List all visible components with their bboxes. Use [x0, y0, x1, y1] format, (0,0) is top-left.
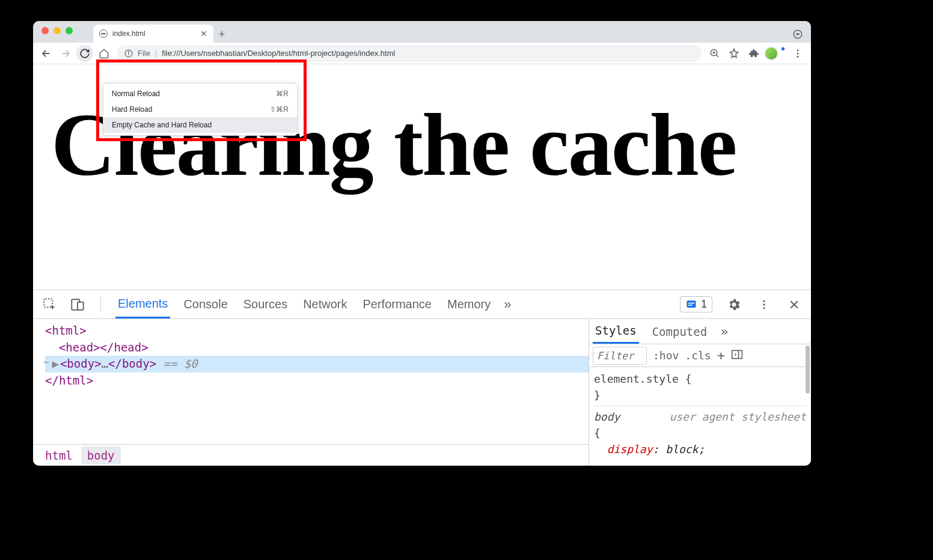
- tab-performance[interactable]: Performance: [361, 291, 435, 317]
- new-tab-button[interactable]: +: [213, 26, 230, 43]
- breadcrumb-html[interactable]: html: [39, 446, 79, 464]
- window-controls: [39, 21, 75, 40]
- tab-styles[interactable]: Styles: [593, 319, 639, 344]
- cls-toggle[interactable]: .cls: [685, 349, 711, 362]
- reload-context-menu: Normal Reload ⌘R Hard Reload ⇧⌘R Empty C…: [103, 83, 298, 136]
- svg-point-19: [763, 307, 765, 309]
- rule-brace: }: [594, 389, 601, 401]
- rule-brace-open: {: [594, 427, 601, 439]
- globe-icon: [99, 29, 108, 38]
- tab-elements[interactable]: Elements: [115, 291, 170, 318]
- svg-rect-14: [687, 300, 696, 308]
- dom-breadcrumb: html body: [33, 444, 589, 466]
- menu-shortcut: ⌘R: [276, 90, 289, 98]
- minimize-window-button[interactable]: [54, 27, 61, 34]
- close-tab-icon[interactable]: ✕: [200, 29, 207, 38]
- separator: |: [155, 49, 157, 58]
- devtools-panel: Elements Console Sources Network Perform…: [33, 290, 811, 466]
- css-value: block: [665, 443, 698, 455]
- svg-rect-16: [688, 305, 693, 306]
- breadcrumb-body[interactable]: body: [81, 446, 121, 464]
- new-rule-button[interactable]: +: [717, 348, 725, 363]
- profile-avatar[interactable]: [764, 46, 779, 61]
- extensions-button[interactable]: [745, 45, 762, 62]
- menu-label: Empty Cache and Hard Reload: [112, 121, 212, 129]
- menu-empty-cache-hard-reload[interactable]: Empty Cache and Hard Reload: [103, 117, 297, 133]
- styles-tab-bar: Styles Computed »: [589, 319, 811, 344]
- inspect-element-button[interactable]: [41, 296, 58, 313]
- home-button[interactable]: [96, 45, 112, 62]
- address-bar[interactable]: File | file:///Users/nsebhastian/Desktop…: [117, 45, 702, 62]
- menu-normal-reload[interactable]: Normal Reload ⌘R: [103, 86, 297, 102]
- elements-panel: <html> <head></head> ⋯ ▶<body>…</body> =…: [33, 319, 589, 466]
- styles-panel: Styles Computed » :hov .cls + element.st…: [589, 319, 811, 466]
- svg-point-17: [763, 300, 765, 302]
- bookmark-button[interactable]: [726, 45, 742, 62]
- tab-memory[interactable]: Memory: [445, 291, 493, 317]
- more-tabs-icon[interactable]: »: [504, 297, 511, 312]
- css-property: display: [607, 443, 653, 455]
- menu-hard-reload[interactable]: Hard Reload ⇧⌘R: [103, 102, 297, 117]
- more-styles-tabs-icon[interactable]: »: [720, 324, 728, 339]
- toggle-sidebar-button[interactable]: [731, 349, 743, 362]
- scrollbar[interactable]: [806, 345, 810, 394]
- tab-network[interactable]: Network: [301, 291, 349, 317]
- devtools-close-button[interactable]: [786, 296, 803, 313]
- tab-strip: index.html ✕ +: [33, 21, 811, 43]
- update-indicator: •: [781, 42, 792, 53]
- tab-title: index.html: [112, 29, 195, 38]
- info-icon: [124, 49, 133, 58]
- issues-badge[interactable]: 1: [680, 296, 712, 312]
- svg-rect-15: [688, 302, 694, 303]
- browser-tab[interactable]: index.html ✕: [93, 25, 213, 43]
- hov-toggle[interactable]: :hov: [653, 349, 679, 362]
- devtools-menu-button[interactable]: [756, 296, 772, 313]
- svg-rect-22: [732, 350, 742, 358]
- tab-sources[interactable]: Sources: [241, 291, 290, 317]
- chrome-menu-button[interactable]: [789, 45, 806, 62]
- selected-node-indicator: == $0: [156, 357, 198, 370]
- devtools-tab-bar: Elements Console Sources Network Perform…: [33, 290, 811, 319]
- tab-console[interactable]: Console: [181, 291, 230, 317]
- svg-point-10: [797, 55, 799, 57]
- menu-label: Hard Reload: [112, 105, 152, 114]
- rule-selector-body: body: [594, 410, 620, 423]
- svg-rect-13: [78, 302, 84, 309]
- url-text: file:///Users/nsebhastian/Desktop/test/h…: [162, 49, 395, 58]
- browser-toolbar: File | file:///Users/nsebhastian/Desktop…: [33, 43, 811, 64]
- dom-tree[interactable]: <html> <head></head> ⋯ ▶<body>…</body> =…: [33, 319, 589, 444]
- device-toolbar-button[interactable]: [69, 296, 86, 313]
- svg-point-8: [797, 49, 799, 51]
- svg-point-18: [763, 303, 765, 305]
- styles-filter-input[interactable]: [593, 347, 647, 365]
- styles-rules[interactable]: element.style { } body user agent styles…: [589, 367, 811, 466]
- back-button[interactable]: [38, 45, 55, 62]
- divider: [100, 297, 101, 312]
- issues-count: 1: [701, 298, 707, 311]
- reload-button[interactable]: [76, 45, 93, 62]
- zoom-button[interactable]: [706, 45, 723, 62]
- rule-source: user agent stylesheet: [669, 409, 806, 425]
- forward-button[interactable]: [57, 45, 74, 62]
- browser-window: index.html ✕ + File | file:///Users/nseb…: [33, 21, 811, 466]
- close-window-button[interactable]: [41, 27, 49, 34]
- tab-computed[interactable]: Computed: [650, 320, 710, 343]
- svg-line-5: [716, 55, 718, 57]
- maximize-window-button[interactable]: [66, 27, 73, 34]
- devtools-settings-button[interactable]: [726, 296, 742, 313]
- devtools-body: <html> <head></head> ⋯ ▶<body>…</body> =…: [33, 319, 811, 466]
- menu-shortcut: ⇧⌘R: [270, 105, 289, 114]
- svg-point-3: [128, 51, 129, 52]
- tab-search-button[interactable]: [789, 26, 806, 43]
- url-protocol: File: [138, 49, 150, 58]
- menu-label: Normal Reload: [112, 90, 160, 98]
- svg-point-9: [797, 52, 799, 54]
- rule-selector: element.style {: [594, 373, 692, 385]
- styles-toolbar: :hov .cls +: [589, 344, 811, 367]
